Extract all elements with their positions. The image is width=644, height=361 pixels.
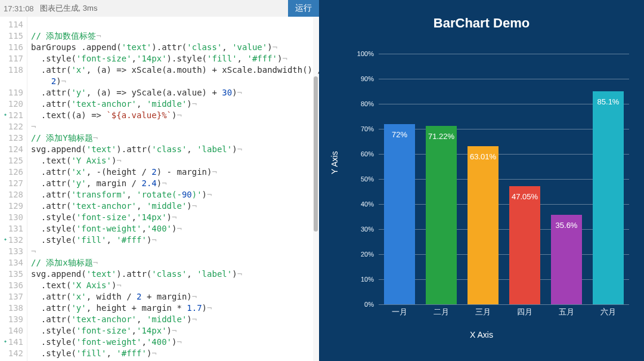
status-timestamp: 17:31:08 — [4, 4, 34, 13]
line-number: 129 — [0, 200, 23, 212]
chart-y-tick-label: 70% — [361, 125, 374, 132]
line-number: 141✦ — [0, 337, 23, 348]
chart-x-axis-label: X Axis — [319, 330, 644, 340]
line-number: 114 — [0, 19, 23, 30]
chart-y-tick-label: 90% — [361, 75, 374, 82]
line-number: 130 — [0, 212, 23, 223]
line-number: 137 — [0, 291, 23, 303]
chart-data-label: 85.1% — [587, 97, 629, 106]
code-line[interactable]: svg.append('text').attr('class', 'label'… — [31, 269, 319, 280]
chart-data-labels: 72%71.22%63.01%47.05%35.6%85.1% — [379, 54, 629, 304]
chart-x-tick-label: 二月 — [420, 307, 462, 317]
line-number: 142 — [0, 348, 23, 359]
code-line[interactable]: .attr('text-anchor', 'middle')¬ — [31, 98, 319, 110]
chart-plot-area: 0%10%20%30%40%50%60%70%80%90%100% 一月二月三月… — [379, 54, 629, 304]
chart-title: BarChart Demo — [319, 16, 644, 31]
line-number: 133 — [0, 246, 23, 257]
status-message: 图表已生成, 3ms — [40, 3, 98, 14]
line-number: 128 — [0, 189, 23, 200]
code-line[interactable]: .attr('text-anchor', 'middle')¬ — [31, 314, 319, 325]
chart-x-tick-label: 六月 — [587, 307, 629, 317]
editor-scroll-thumb[interactable] — [314, 76, 318, 232]
line-number: 127 — [0, 178, 23, 189]
chart-data-label: 63.01% — [462, 152, 504, 161]
code-line[interactable]: // 添加数值标签¬ — [31, 30, 319, 42]
line-number: 140 — [0, 325, 23, 337]
line-number: 132✦ — [0, 235, 23, 246]
code-content[interactable]: // 添加数值标签¬barGroups .append('text').attr… — [27, 17, 319, 361]
chart-x-tick-label: 四月 — [504, 307, 546, 317]
code-line[interactable]: .attr('y', height + margin * 1.7)¬ — [31, 303, 319, 314]
code-line[interactable]: // 添加Y轴标题¬ — [31, 132, 319, 144]
line-number: 139 — [0, 314, 23, 325]
line-number: 126 — [0, 166, 23, 178]
line-number: 123 — [0, 132, 23, 144]
line-number: 119 — [0, 87, 23, 98]
code-line[interactable]: .attr('text-anchor', 'middle')¬ — [31, 200, 319, 212]
chart-x-tick-label: 一月 — [379, 307, 420, 317]
chart-data-label: 71.22% — [420, 132, 462, 141]
status-bar: 17:31:08 图表已生成, 3ms — [0, 0, 319, 17]
chart-y-tick-label: 40% — [361, 200, 374, 208]
run-button[interactable]: 运行 — [288, 0, 319, 17]
chart-x-tick-label: 三月 — [462, 307, 504, 317]
chart-y-tick-label: 20% — [361, 251, 374, 258]
line-number: 118 — [0, 64, 23, 76]
code-line[interactable]: .attr('x', (a) => xScale(a.mouth) + xSca… — [31, 64, 319, 76]
line-number: 116 — [0, 42, 23, 53]
line-number: 136 — [0, 280, 23, 291]
code-line[interactable]: .style('font-size','14px')¬ — [31, 325, 319, 337]
code-line[interactable]: .style('font-size','14px').style('fill',… — [31, 53, 319, 64]
chart-data-label: 35.6% — [546, 221, 587, 230]
app-root: 17:31:08 图表已生成, 3ms 运行 114115116117118 1… — [0, 0, 644, 361]
line-number: 138 — [0, 303, 23, 314]
line-number: 115 — [0, 30, 23, 42]
code-line[interactable]: ¬ — [31, 246, 319, 257]
line-number: 135 — [0, 269, 23, 280]
line-number-gutter: 114115116117118 119120121✦12212312412512… — [0, 17, 27, 361]
chart-x-tick-label: 五月 — [546, 307, 587, 317]
code-line[interactable]: .attr('x', -(height / 2) - margin)¬ — [31, 166, 319, 178]
chart-data-label: 72% — [379, 130, 420, 139]
code-line[interactable] — [31, 19, 319, 30]
editor-scrollbar[interactable] — [313, 17, 318, 361]
code-line[interactable]: .text((a) => `${a.value}%`)¬ — [31, 110, 319, 121]
code-line[interactable]: barGroups .append('text').attr('class', … — [31, 42, 319, 53]
chart-y-axis-label: Y Axis — [330, 151, 339, 174]
code-line[interactable]: svg.append('text').attr('class', 'label'… — [31, 144, 319, 155]
code-line[interactable]: .text('X Axis')¬ — [31, 280, 319, 291]
code-line[interactable]: ¬ — [31, 121, 319, 132]
code-line[interactable]: .text('Y Axis')¬ — [31, 155, 319, 166]
chart-y-tick-label: 0% — [364, 301, 374, 308]
line-number: 121✦ — [0, 110, 23, 121]
line-number — [0, 76, 23, 87]
code-line[interactable]: 2)¬ — [31, 76, 319, 87]
code-line[interactable]: .attr('transform', 'rotate(-90)')¬ — [31, 189, 319, 200]
code-line[interactable]: .attr('y', (a) => yScale(a.value) + 30)¬ — [31, 87, 319, 98]
chart-data-label: 47.05% — [504, 192, 546, 201]
code-line[interactable]: .style('fill', '#fff')¬ — [31, 235, 319, 246]
chart-y-tick-label: 60% — [361, 150, 374, 158]
chart-y-tick-label: 50% — [361, 175, 374, 183]
code-line[interactable]: .style('font-weight','400')¬ — [31, 223, 319, 235]
chart-y-tick-label: 10% — [361, 276, 374, 283]
code-line[interactable]: .attr('x', width / 2 + margin)¬ — [31, 291, 319, 303]
chart-preview-pane: BarChart Demo Y Axis X Axis 0%10%20%30%4… — [319, 0, 644, 361]
line-number: 124 — [0, 144, 23, 155]
line-number: 120 — [0, 98, 23, 110]
chart-y-tick-label: 30% — [361, 226, 374, 233]
editor-pane: 17:31:08 图表已生成, 3ms 运行 114115116117118 1… — [0, 0, 319, 361]
line-number: 131 — [0, 223, 23, 235]
line-number: 122 — [0, 121, 23, 132]
code-line[interactable]: .style('fill', '#fff')¬ — [31, 348, 319, 359]
code-line[interactable]: .style('font-size','14px')¬ — [31, 212, 319, 223]
code-editor[interactable]: 114115116117118 119120121✦12212312412512… — [0, 17, 319, 361]
line-number: 125 — [0, 155, 23, 166]
chart-gridline — [379, 304, 629, 305]
line-number: 134 — [0, 257, 23, 269]
code-line[interactable]: .attr('y', margin / 2.4)¬ — [31, 178, 319, 189]
code-line[interactable]: // 添加x轴标题¬ — [31, 257, 319, 269]
chart-y-tick-label: 80% — [361, 100, 374, 107]
chart-y-tick-label: 100% — [357, 50, 374, 57]
code-line[interactable]: .style('font-weight','400')¬ — [31, 337, 319, 348]
